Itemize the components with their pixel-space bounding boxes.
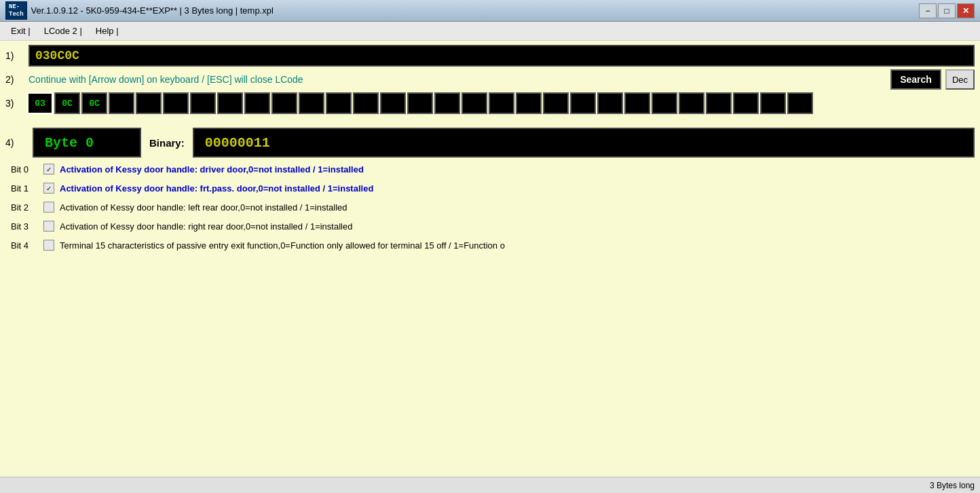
- byte-cell-22[interactable]: [624, 92, 650, 114]
- binary-value: 00000011: [205, 135, 270, 151]
- minimize-button[interactable]: −: [919, 3, 937, 18]
- byte-cell-5[interactable]: [163, 92, 189, 114]
- row3: 3) 030C0C: [5, 92, 975, 114]
- close-button[interactable]: ✕: [957, 3, 975, 18]
- menu-exit[interactable]: Exit |: [5, 24, 36, 38]
- bit-desc-1: Activation of Kessy door handle: frt.pas…: [60, 183, 373, 194]
- bit-row-4: Bit 4Terminal 15 characteristics of pass…: [11, 236, 975, 254]
- hex-value: 030C0C: [35, 49, 79, 62]
- bit-desc-3: Activation of Kessy door handle: right r…: [60, 221, 352, 232]
- byte-cell-0[interactable]: 03: [27, 92, 53, 114]
- byte-cell-28[interactable]: [787, 92, 813, 114]
- byte-cell-17[interactable]: [489, 92, 514, 114]
- row4-label: 4): [5, 137, 24, 148]
- row1: 1) 030C0C: [5, 45, 975, 67]
- byte-label: Byte 0: [45, 135, 94, 151]
- byte-cell-16[interactable]: [461, 92, 487, 114]
- byte-cell-9[interactable]: [271, 92, 297, 114]
- bit-row-1: Bit 1✓Activation of Kessy door handle: f…: [11, 179, 975, 197]
- byte-cell-26[interactable]: [733, 92, 759, 114]
- search-button[interactable]: Search: [890, 69, 941, 90]
- title-bar: NE- Tech Ver.1.0.9.12 - 5K0-959-434-E**E…: [0, 0, 980, 22]
- byte-cell-25[interactable]: [706, 92, 732, 114]
- bit-checkbox-1[interactable]: ✓: [43, 183, 54, 194]
- byte-cell-14[interactable]: [407, 92, 433, 114]
- row3-label: 3): [5, 98, 24, 109]
- menu-help[interactable]: Help |: [90, 24, 124, 38]
- binary-value-box[interactable]: 00000011: [193, 128, 975, 158]
- bit-desc-2: Activation of Kessy door handle: left re…: [60, 202, 347, 213]
- bit-checkbox-4[interactable]: [43, 240, 54, 251]
- bit-desc-0: Activation of Kessy door handle: driver …: [60, 164, 364, 175]
- bit-label-4: Bit 4: [11, 240, 38, 251]
- byte-cell-10[interactable]: [299, 92, 324, 114]
- title-text: Ver.1.0.9.12 - 5K0-959-434-E**EXP** | 3 …: [31, 5, 919, 16]
- hex-input-bar[interactable]: 030C0C: [29, 45, 975, 67]
- status-bar: 3 Bytes long: [0, 477, 980, 493]
- bit-checkbox-0[interactable]: ✓: [43, 164, 54, 175]
- binary-label: Binary:: [149, 137, 185, 149]
- byte-cell-18[interactable]: [516, 92, 542, 114]
- byte-label-box[interactable]: Byte 0: [33, 128, 141, 158]
- row4: 4) Byte 0 Binary: 00000011: [5, 128, 975, 158]
- bit-row-0: Bit 0✓Activation of Kessy door handle: d…: [11, 160, 975, 178]
- row2: 2) Continue with [Arrow down] on keyboar…: [5, 69, 975, 90]
- byte-cell-6[interactable]: [190, 92, 216, 114]
- bit-label-0: Bit 0: [11, 164, 38, 175]
- byte-cell-1[interactable]: 0C: [54, 92, 80, 114]
- logo-line2: Tech: [9, 11, 24, 18]
- bit-label-3: Bit 3: [11, 221, 38, 232]
- byte-cell-27[interactable]: [760, 92, 786, 114]
- main-content: 1) 030C0C 2) Continue with [Arrow down] …: [0, 41, 980, 477]
- bit-row-3: Bit 3Activation of Kessy door handle: ri…: [11, 217, 975, 235]
- bit-label-1: Bit 1: [11, 183, 38, 194]
- byte-cell-13[interactable]: [380, 92, 406, 114]
- row1-label: 1): [5, 50, 24, 61]
- row2-label: 2): [5, 74, 24, 85]
- bit-row-2: Bit 2Activation of Kessy door handle: le…: [11, 198, 975, 216]
- window-controls: − □ ✕: [919, 3, 975, 18]
- dec-button[interactable]: Dec: [945, 69, 975, 90]
- byte-cell-21[interactable]: [597, 92, 623, 114]
- bit-checkbox-3[interactable]: [43, 221, 54, 232]
- byte-cell-19[interactable]: [543, 92, 569, 114]
- status-text: 3 Bytes long: [930, 481, 975, 490]
- byte-cell-2[interactable]: 0C: [81, 92, 107, 114]
- bit-checkbox-2[interactable]: [43, 202, 54, 213]
- byte-cell-20[interactable]: [570, 92, 596, 114]
- bit-desc-4: Terminal 15 characteristics of passive e…: [60, 240, 505, 251]
- byte-cell-12[interactable]: [353, 92, 379, 114]
- maximize-button[interactable]: □: [938, 3, 956, 18]
- menu-lcode2[interactable]: LCode 2 |: [39, 24, 88, 38]
- menu-bar: Exit | LCode 2 | Help |: [0, 22, 980, 41]
- byte-cell-23[interactable]: [652, 92, 677, 114]
- byte-cell-8[interactable]: [244, 92, 270, 114]
- bit-label-2: Bit 2: [11, 202, 38, 213]
- byte-cell-3[interactable]: [109, 92, 134, 114]
- logo-line1: NE-: [9, 3, 24, 11]
- byte-cell-4[interactable]: [136, 92, 162, 114]
- byte-cell-11[interactable]: [326, 92, 352, 114]
- byte-cell-15[interactable]: [434, 92, 460, 114]
- byte-cell-24[interactable]: [679, 92, 704, 114]
- byte-cell-7[interactable]: [217, 92, 243, 114]
- bits-section: Bit 0✓Activation of Kessy door handle: d…: [11, 160, 975, 254]
- app-logo: NE- Tech: [5, 1, 27, 20]
- byte-cells-container: 030C0C: [27, 92, 813, 114]
- instructions-text: Continue with [Arrow down] on keyboard /…: [29, 74, 886, 85]
